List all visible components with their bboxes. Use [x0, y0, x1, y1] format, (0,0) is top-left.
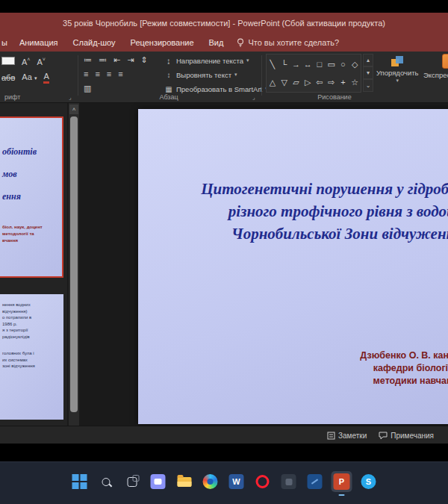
scrollbar-thumb[interactable]: [70, 116, 78, 412]
app-button-blue[interactable]: [305, 472, 325, 491]
shape-parallelogram-icon[interactable]: ▱: [290, 73, 302, 91]
shape-rounded-rectangle-icon[interactable]: ▭: [326, 55, 337, 73]
strikethrough-button[interactable]: абв: [1, 72, 15, 83]
font-color-button[interactable]: А: [43, 71, 49, 84]
word-icon: W: [229, 474, 244, 489]
shape-ellipse-icon[interactable]: ○: [337, 55, 349, 73]
text-direction-button[interactable]: ↨ Направление текста ▾: [164, 55, 249, 66]
shape-diamond-icon[interactable]: ◇: [349, 55, 361, 73]
caret-down-icon: ˅: [43, 57, 46, 62]
columns-icon[interactable]: ▥: [84, 83, 91, 93]
tab-review[interactable]: Рецензирование: [123, 38, 202, 47]
teams-chat-button[interactable]: [149, 472, 168, 491]
shape-elbow-icon[interactable]: └: [279, 55, 290, 73]
lightbulb-icon: [237, 38, 244, 47]
taskbar-start-button[interactable]: [70, 472, 90, 491]
blue-app-icon: [308, 474, 323, 489]
thumb1-title-fragment: мов: [2, 163, 37, 185]
scrollbar-up-icon[interactable]: ˄: [69, 105, 78, 114]
shape-arrow-left-icon[interactable]: ⇦: [314, 73, 326, 91]
powerpoint-button-active[interactable]: P: [332, 471, 352, 492]
app-button-dark[interactable]: [279, 472, 299, 491]
ribbon-tabs: ы Анимация Слайд-шоу Рецензирование Вид …: [0, 34, 448, 52]
arrange-button[interactable]: Упорядочить ▾: [376, 54, 419, 84]
shape-triangle-right-icon[interactable]: ▷: [302, 73, 314, 91]
change-case-button[interactable]: Аа ▾: [22, 72, 37, 84]
slide-thumbnail-2[interactable]: нення водних відчуження) о потрапили в 1…: [0, 294, 63, 420]
gallery-more-icon[interactable]: ⌄: [363, 79, 373, 92]
thumb2-fragment: о потрапили в: [2, 314, 35, 321]
search-icon: [102, 478, 110, 486]
quick-styles-button[interactable]: Экспресс-стили ▾: [423, 54, 448, 86]
tell-me-label: Что вы хотите сделать?: [248, 38, 339, 47]
shape-star-icon[interactable]: ☆: [349, 73, 361, 91]
tab-animation[interactable]: Анимация: [12, 38, 66, 47]
align-right-icon[interactable]: ≡: [107, 69, 111, 79]
thumb1-sub-fragment: вчання: [2, 237, 43, 244]
shape-plus-icon[interactable]: +: [337, 73, 349, 91]
shape-line-icon[interactable]: ╲: [267, 55, 279, 73]
font-size-input[interactable]: [1, 57, 15, 65]
shrink-font-button[interactable]: А˅: [37, 55, 45, 66]
taskbar-search-button[interactable]: [96, 472, 116, 491]
justify-icon[interactable]: ≡: [118, 69, 122, 79]
slide-canvas[interactable]: Цитогенетичні порушення у гідробіонтів р…: [138, 109, 448, 424]
opera-icon: [256, 475, 270, 488]
tell-me-box[interactable]: Что вы хотите сделать?: [231, 38, 339, 47]
powerpoint-icon: P: [334, 473, 350, 490]
line-spacing-icon[interactable]: ⇕: [140, 55, 147, 65]
gallery-scroll-down-icon[interactable]: ▾: [363, 66, 373, 79]
notes-button[interactable]: Заметки: [327, 432, 367, 440]
thumb2-fragment: головних була і: [2, 350, 35, 357]
increase-indent-icon[interactable]: ⇥: [127, 55, 134, 65]
bullets-icon[interactable]: ≔: [84, 55, 92, 65]
slide-author-block[interactable]: Дзюбенко О. В. кандидат кафедри біології…: [314, 349, 448, 388]
task-view-icon: [127, 477, 137, 487]
decrease-indent-icon[interactable]: ⇤: [113, 55, 120, 65]
windows-logo-icon: [72, 474, 87, 489]
shape-triangle-icon[interactable]: △: [267, 73, 279, 91]
thumbnails-scrollbar[interactable]: ˄: [69, 103, 79, 426]
paragraph-group-label: Абзац: [79, 93, 258, 101]
comments-button[interactable]: Примечания: [379, 432, 434, 440]
caret-up-icon: ˄: [27, 57, 30, 62]
window-title: 35 років Чорнобиль [Режим совместимости]…: [63, 19, 385, 28]
align-center-icon[interactable]: ≡: [95, 69, 99, 79]
shapes-gallery-scroll: ▴ ▾ ⌄: [363, 54, 373, 93]
task-view-button[interactable]: [122, 472, 142, 491]
gallery-scroll-up-icon[interactable]: ▴: [363, 54, 373, 66]
ribbon: А˄ А˅ абв Аа ▾ А рифт ⌟ ≔ ≕ ⇤ ⇥ ⇕ ≡ ≡ ≡ …: [0, 52, 448, 103]
file-explorer-button[interactable]: [175, 472, 194, 491]
window-titlebar[interactable]: 35 років Чорнобиль [Режим совместимости]…: [0, 13, 448, 34]
shapes-gallery[interactable]: ╲ └ → ↔ □ ▭ ○ ◇ △ ▽ ▱ ▷ ⇦ ⇨ + ☆: [266, 54, 361, 93]
comments-icon: [379, 432, 388, 440]
opera-button[interactable]: [253, 472, 273, 491]
skype-button[interactable]: S: [359, 472, 379, 491]
text-direction-icon: ↨: [164, 57, 173, 65]
slide-thumbnail-1[interactable]: обіонтів мов ення біол. наук, доцент мет…: [0, 116, 63, 278]
edge-browser-button[interactable]: [201, 472, 220, 491]
drawing-group-label: Рисование: [266, 93, 403, 101]
align-left-icon[interactable]: ≡: [84, 69, 88, 79]
numbering-icon[interactable]: ≕: [99, 55, 107, 65]
shape-arrow-icon[interactable]: →: [290, 55, 302, 73]
thumb2-fragment: зоні відчуження: [2, 363, 35, 370]
grow-font-button[interactable]: А˄: [22, 55, 30, 66]
thumb2-fragment: я з території: [2, 327, 35, 334]
shape-double-arrow-icon[interactable]: ↔: [302, 55, 314, 73]
paragraph-dialog-launcher-icon[interactable]: ⌟: [252, 94, 255, 101]
slide-title[interactable]: Цитогенетичні порушення у гідробіонтів р…: [138, 178, 448, 245]
thumb1-sub-fragment: біол. наук, доцент: [2, 224, 43, 231]
dropdown-icon: ▾: [34, 75, 37, 81]
tab-transitions-partial[interactable]: ы: [0, 38, 12, 47]
tab-slideshow[interactable]: Слайд-шоу: [66, 38, 123, 47]
shape-rectangle-icon[interactable]: □: [314, 55, 326, 73]
windows-taskbar: W P S: [0, 461, 448, 504]
word-button[interactable]: W: [227, 472, 246, 491]
shape-arrow-right-icon[interactable]: ⇨: [326, 73, 337, 91]
shape-triangle-down-icon[interactable]: ▽: [279, 73, 290, 91]
group-separator: [261, 55, 262, 96]
align-text-button[interactable]: ↕ Выровнять текст ▾: [164, 69, 237, 81]
tab-view[interactable]: Вид: [202, 38, 231, 47]
font-dialog-launcher-icon[interactable]: ⌟: [69, 94, 72, 101]
